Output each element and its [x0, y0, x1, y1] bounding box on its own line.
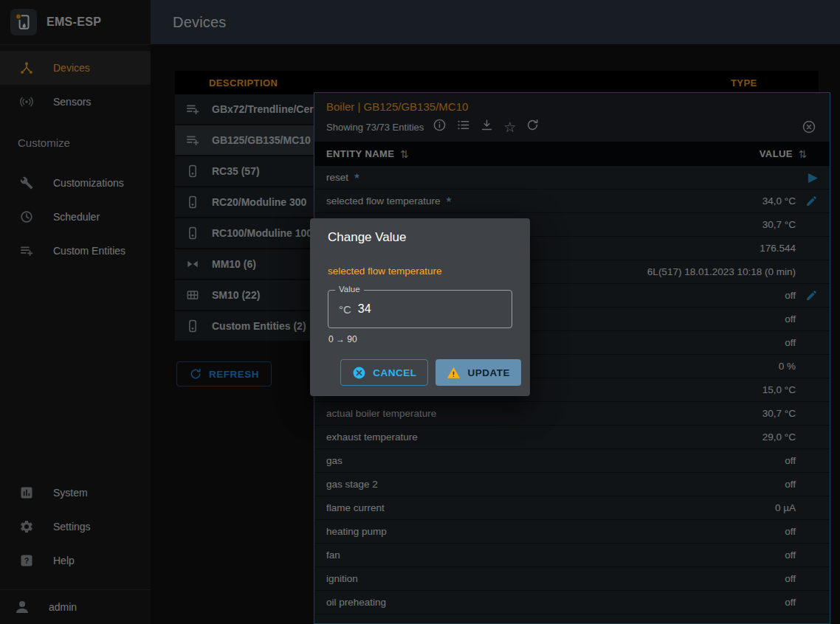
value-input[interactable]: [358, 302, 501, 316]
unit-adornment: °C: [339, 303, 351, 316]
cancel-label: CANCEL: [373, 367, 416, 378]
cancel-icon: [352, 366, 366, 380]
cancel-button[interactable]: CANCEL: [340, 359, 428, 386]
value-field[interactable]: Value °C: [328, 290, 512, 328]
dialog-content: selected flow temperature Value °C 0 → 9…: [310, 255, 530, 344]
ems-esp-app: EMS-ESP DevicesSensors Customize Customi…: [0, 0, 840, 624]
dialog-actions: CANCEL UPDATE: [310, 344, 530, 396]
update-label: UPDATE: [467, 367, 510, 378]
range-hint: 0 → 90: [328, 334, 512, 344]
field-label: selected flow temperature: [328, 266, 512, 277]
update-button[interactable]: UPDATE: [436, 359, 521, 386]
change-value-dialog: Change Value selected flow temperature V…: [310, 218, 530, 396]
value-field-label: Value: [335, 285, 364, 294]
warning-icon: [447, 366, 461, 380]
dialog-title: Change Value: [310, 218, 530, 255]
